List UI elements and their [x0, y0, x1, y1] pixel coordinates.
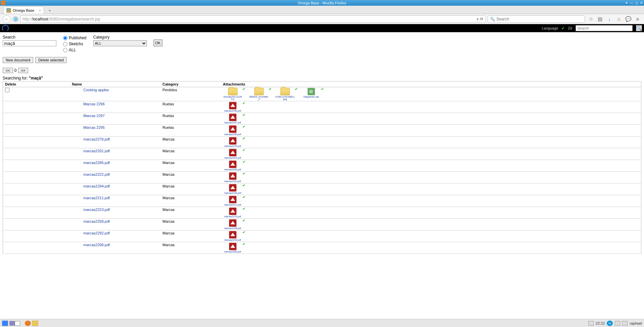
row-name-link[interactable]: marcas2223.pdf — [84, 208, 110, 212]
ok-button[interactable]: OK — [154, 40, 162, 46]
attachment-item[interactable]: ✔marcas2296.pdf — [223, 102, 243, 112]
col-delete: Delete — [3, 81, 70, 87]
browser-tab[interactable]: Omega Base × — [3, 6, 44, 14]
table-row: Marcas 2296Ruelas✔marcas2296.pdf — [3, 101, 641, 113]
row-category: Marcas — [161, 219, 221, 230]
row-name-link[interactable]: marcas2211.pdf — [84, 196, 110, 200]
check-icon: ✔ — [243, 172, 245, 175]
row-category: Marcas — [161, 207, 221, 219]
new-tab-button[interactable]: + — [46, 8, 53, 14]
check-icon: ✔ — [243, 137, 245, 140]
attachment-item[interactable]: ✔marcas2223.pdf — [223, 208, 243, 218]
attachment-item[interactable]: ✔marcas2297.pdf — [223, 114, 243, 124]
status-radio-group: Published Sketchs ALL — [63, 36, 87, 54]
new-document-button[interactable]: New document — [3, 57, 33, 63]
search-icon: 🔍 — [490, 17, 495, 21]
row-name-link[interactable]: marcas2222.pdf — [84, 172, 110, 176]
url-path: :8080/omegabase/search.jsp — [48, 17, 100, 21]
attachment-item[interactable]: ✔marcas2258.pdf — [223, 219, 243, 229]
attachment-row: ✔vlcsnap2011122811)✔060510_mountain_li✔6… — [223, 88, 639, 100]
row-category: Marcas — [161, 195, 221, 207]
radio-sketchs[interactable] — [63, 42, 67, 46]
row-name-link[interactable]: Marcas 2297 — [84, 114, 105, 118]
omega-logo-icon[interactable] — [2, 25, 9, 32]
attachment-item[interactable]: ✔marcas2211.pdf — [223, 196, 243, 206]
row-name-link[interactable]: Marcas 2296 — [84, 102, 105, 106]
attachment-item[interactable]: ✔marcas2292.pdf — [223, 231, 243, 241]
attachment-label: marcas2201.pdf — [224, 157, 241, 159]
chat-icon[interactable]: 💬 — [625, 16, 632, 22]
attachment-item[interactable]: ✔marcas2206.pdf — [223, 243, 243, 253]
pager-next-button[interactable]: >> — [18, 68, 29, 73]
app-search-button[interactable]: 🔍 — [636, 25, 642, 31]
category-select[interactable]: ALL — [93, 40, 147, 46]
radio-published[interactable] — [63, 36, 67, 40]
close-tab-icon[interactable]: × — [39, 8, 41, 12]
folder-icon — [254, 88, 264, 95]
row-category: Marcas — [161, 230, 221, 242]
home-icon[interactable]: ⌂ — [615, 16, 623, 22]
download-icon[interactable]: ↓ — [606, 16, 613, 22]
table-row: marcas2258.pdfMarcas✔marcas2258.pdf — [3, 219, 641, 230]
attachment-label: 6-680-27DC0082.jpeg — [275, 96, 295, 100]
window-pin-icon[interactable]: ✦ — [625, 1, 628, 5]
attachment-label: Diagrama1.dia — [304, 96, 319, 98]
pdf-icon — [229, 137, 236, 145]
attachment-item[interactable]: ✔marcas2276.pdf — [223, 137, 243, 147]
searching-prefix: Searching for: — [3, 76, 29, 80]
row-name-link[interactable]: Cooking apples — [84, 88, 109, 92]
table-row: Marcas 2295Ruelas✔marcas2295.pdf — [3, 125, 641, 137]
row-name-link[interactable]: marcas2206.pdf — [84, 243, 110, 247]
attachment-item[interactable]: ✔marcas2285.pdf — [223, 161, 243, 171]
attachment-item[interactable]: ✔6-680-27DC0082.jpeg — [275, 88, 295, 100]
attachment-item[interactable]: ✔marcas2201.pdf — [223, 149, 243, 159]
row-name-link[interactable]: marcas2292.pdf — [84, 231, 110, 235]
attachment-item[interactable]: ✔060510_mountain_li — [249, 88, 269, 100]
window-maximize-icon[interactable]: ◻ — [635, 1, 638, 5]
attachment-label: marcas2297.pdf — [224, 121, 241, 124]
window-close-icon[interactable]: ✕ — [640, 1, 643, 5]
row-name-link[interactable]: marcas2201.pdf — [84, 149, 110, 153]
row-category: Ruelas — [161, 101, 221, 113]
language-link[interactable]: Language — [542, 26, 558, 30]
search-input[interactable] — [3, 40, 56, 46]
pdf-icon — [229, 149, 236, 156]
row-name-link[interactable]: marcas2258.pdf — [84, 219, 110, 223]
check-icon: ✔ — [295, 87, 298, 91]
row-name-link[interactable]: Marcas 2295 — [84, 125, 105, 129]
delete-selected-button[interactable]: Delete selected — [35, 57, 67, 63]
results-table: Delete Name Category Attachments Cooking… — [3, 81, 641, 254]
attachment-item[interactable]: ✔marcas2294.pdf — [223, 184, 243, 194]
reading-list-icon[interactable]: ▤ — [596, 16, 604, 22]
row-category: Ruelas — [161, 113, 221, 125]
window-minimize-icon[interactable]: — — [630, 1, 633, 5]
browser-search-box[interactable]: 🔍 — [488, 15, 585, 23]
row-checkbox[interactable] — [5, 88, 9, 92]
address-bar[interactable]: http:// localhost :8080/omegabase/search… — [20, 15, 486, 23]
row-name-link[interactable]: marcas2276.pdf — [84, 137, 110, 141]
radio-all[interactable] — [63, 48, 67, 52]
attachment-item[interactable]: ✔marcas2222.pdf — [223, 172, 243, 182]
attachment-row: ✔marcas2297.pdf — [223, 114, 639, 124]
row-name-link[interactable]: marcas2294.pdf — [84, 184, 110, 188]
pdf-icon — [229, 243, 236, 250]
pdf-icon — [229, 102, 236, 109]
bookmark-icon[interactable]: ☆ — [587, 16, 594, 22]
row-category: Marcas — [161, 148, 221, 160]
menu-icon[interactable]: ≡ — [634, 16, 641, 22]
attachment-item[interactable]: ✔IDDiagrama1.dia — [302, 88, 321, 98]
tab-bar: Omega Base × + — [0, 6, 644, 14]
attachment-item[interactable]: ✔marcas2295.pdf — [223, 125, 243, 135]
tab-title: Omega Base — [13, 8, 34, 12]
row-name-link[interactable]: marcas2285.pdf — [84, 161, 110, 165]
pager-prev-button[interactable]: << — [3, 68, 13, 73]
browser-search-input[interactable] — [496, 17, 583, 21]
table-row: marcas2206.pdfMarcas✔marcas2206.pdf — [3, 242, 641, 254]
attachment-item[interactable]: ✔vlcsnap2011122811) — [223, 88, 243, 100]
search-label: Search — [3, 35, 56, 40]
app-search-input[interactable] — [576, 25, 633, 31]
reload-icon[interactable]: ⟳ — [480, 17, 483, 21]
back-button[interactable]: ← — [3, 15, 11, 23]
username-label[interactable]: Zé — [568, 26, 572, 30]
url-dropdown-icon[interactable]: ▾ — [477, 17, 479, 21]
